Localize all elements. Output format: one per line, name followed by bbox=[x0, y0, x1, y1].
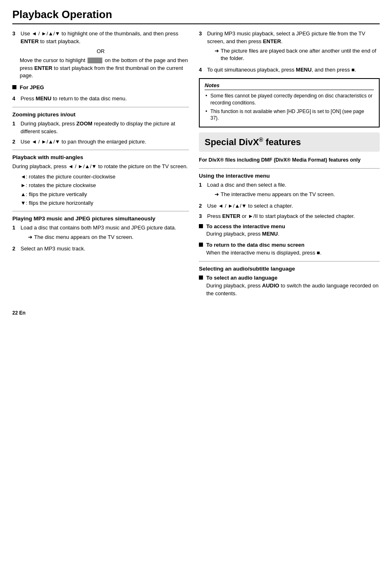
int-step-2-text: Use ◄ / ►/▲/▼ to select a chapter. bbox=[207, 202, 293, 210]
icon-grid bbox=[88, 58, 102, 63]
ma-item-4: ▼: flips the picture horizontally bbox=[21, 199, 189, 207]
step-num: 2 bbox=[199, 202, 205, 210]
step-num: 1 bbox=[199, 181, 205, 200]
zoom-step-2: 2 Use ◄ / ►/▲/▼ to pan through the enlar… bbox=[12, 138, 189, 146]
divider-5 bbox=[199, 261, 380, 262]
int-step-1: 1 Load a disc and then select a file. ➜ … bbox=[199, 181, 380, 200]
audio-lang-bullet: To select an audio language During playb… bbox=[199, 274, 380, 298]
mp3-step-2-text: Select an MP3 music track. bbox=[21, 245, 85, 253]
page-number: 22 En bbox=[12, 310, 380, 316]
ma-item-1: ◄: rotates the picture counter-clockwise bbox=[21, 173, 189, 181]
mp3-right-step-3: 3 During MP3 music playback, select a JP… bbox=[199, 30, 380, 64]
multi-angles-section: Playback with multi-angles During playba… bbox=[12, 154, 189, 207]
square-icon bbox=[199, 243, 203, 247]
step-num: 4 bbox=[12, 95, 18, 103]
for-jpeg-steps: 4 Press MENU to return to the data disc … bbox=[12, 95, 189, 103]
mp3-jpeg-steps: 1 Load a disc that contains both MP3 mus… bbox=[12, 224, 189, 253]
square-icon bbox=[12, 85, 16, 89]
int-step-2: 2 Use ◄ / ►/▲/▼ to select a chapter. bbox=[199, 202, 380, 210]
return-menu-content: To return to the data disc menu screen W… bbox=[206, 241, 321, 257]
mp3-step-1-arrow: ➜ The disc menu appears on the TV screen… bbox=[28, 234, 176, 241]
special-divx-title: Special DivX® features bbox=[205, 137, 374, 148]
interactive-menu-section: Using the interactive menu 1 Load a disc… bbox=[199, 173, 380, 257]
for-jpeg-label: For JPEG bbox=[12, 84, 189, 92]
step-4-text: Press MENU to return to the data disc me… bbox=[21, 95, 127, 103]
audio-subtitle-title: Selecting an audio/subtitle language bbox=[199, 266, 380, 272]
or-separator: OR bbox=[12, 48, 189, 54]
square-icon bbox=[199, 275, 203, 280]
step-num: 3 bbox=[12, 30, 18, 46]
mp3-jpeg-title: Playing MP3 music and JPEG pictures simu… bbox=[12, 215, 189, 222]
mp3-right-step-3-arrow: ➜ The picture files are played back one … bbox=[214, 47, 380, 62]
ma-item-3: ▲: flips the picture vertically bbox=[21, 191, 189, 198]
mp3-step-1: 1 Load a disc that contains both MP3 mus… bbox=[12, 224, 189, 243]
divider-1 bbox=[12, 107, 189, 107]
access-menu-bullet: To access the interactive menu During pl… bbox=[199, 223, 380, 238]
mp3-right-steps: 3 During MP3 music playback, select a JP… bbox=[199, 30, 380, 74]
divx-sub-heading: For DivX® files including DMF (DivX® Med… bbox=[199, 157, 380, 164]
zooming-steps: 1 During playback, press ZOOM repeatedly… bbox=[12, 120, 189, 146]
int-step-3: 3 Press ENTER or ►/II to start playback … bbox=[199, 213, 380, 220]
multi-angles-title: Playback with multi-angles bbox=[12, 154, 189, 160]
zoom-step-2-text: Use ◄ / ►/▲/▼ to pan through the enlarge… bbox=[21, 138, 146, 146]
step-4-jpeg: 4 Press MENU to return to the data disc … bbox=[12, 95, 189, 103]
audio-subtitle-section: Selecting an audio/subtitle language To … bbox=[199, 266, 380, 298]
zooming-section: Zooming pictures in/out 1 During playbac… bbox=[12, 111, 189, 146]
or-description: Move the cursor to highlight bbox=[20, 57, 87, 63]
mp3-right-step-4: 4 To quit simultaneous playback, press M… bbox=[199, 66, 380, 74]
step-3-text: Use ◄ / ►/▲/▼ to highlight one of the th… bbox=[21, 30, 189, 46]
notes-box: Notes Some files cannot be played correc… bbox=[199, 78, 380, 127]
notes-list: Some files cannot be played correctly de… bbox=[205, 93, 374, 122]
access-menu-content: To access the interactive menu During pl… bbox=[206, 223, 285, 238]
or-section: Move the cursor to highlight on the bott… bbox=[20, 57, 189, 80]
zoom-step-1-text: During playback, press ZOOM repeatedly t… bbox=[21, 120, 189, 136]
step-num: 4 bbox=[199, 66, 205, 74]
return-menu-bullet: To return to the data disc menu screen W… bbox=[199, 241, 380, 257]
mp3-step-1-content: Load a disc that contains both MP3 music… bbox=[21, 224, 176, 243]
for-jpeg-title: For JPEG bbox=[20, 84, 44, 92]
step-num: 2 bbox=[12, 138, 18, 146]
left-column: 3 Use ◄ / ►/▲/▼ to highlight one of the … bbox=[12, 30, 189, 302]
right-column: 3 During MP3 music playback, select a JP… bbox=[199, 30, 380, 302]
step-num: 2 bbox=[12, 245, 18, 253]
mp3-right-step-3-content: During MP3 music playback, select a JPEG… bbox=[207, 30, 380, 64]
intro-steps: 3 Use ◄ / ►/▲/▼ to highlight one of the … bbox=[12, 30, 189, 46]
note-1: Some files cannot be played correctly de… bbox=[205, 93, 374, 106]
for-jpeg-section: For JPEG 4 Press MENU to return to the d… bbox=[12, 84, 189, 103]
int-step-1-arrow: ➜ The interactive menu appears on the TV… bbox=[214, 191, 335, 198]
multi-angles-desc: During playback, press ◄ / ►/▲/▼ to rota… bbox=[12, 163, 189, 171]
interactive-menu-title: Using the interactive menu bbox=[199, 173, 380, 179]
multi-angles-list: ◄: rotates the picture counter-clockwise… bbox=[21, 173, 189, 207]
divider-2 bbox=[12, 150, 189, 150]
interactive-steps: 1 Load a disc and then select a file. ➜ … bbox=[199, 181, 380, 220]
step-num: 3 bbox=[199, 213, 205, 220]
step-num: 1 bbox=[12, 120, 18, 136]
divider-3 bbox=[12, 211, 189, 211]
page-title: Playback Operation bbox=[12, 8, 380, 24]
int-step-3-text: Press ENTER or ►/II to start playback of… bbox=[207, 213, 355, 220]
int-step-1-content: Load a disc and then select a file. ➜ Th… bbox=[207, 181, 335, 200]
ma-item-2: ►: rotates the picture clockwise bbox=[21, 182, 189, 189]
special-divx-box: Special DivX® features bbox=[199, 132, 380, 152]
step-num: 1 bbox=[12, 224, 18, 243]
mp3-step-2: 2 Select an MP3 music track. bbox=[12, 245, 189, 253]
notes-title: Notes bbox=[205, 82, 374, 90]
mp3-right-step-4-text: To quit simultaneous playback, press MEN… bbox=[207, 66, 356, 74]
step-3: 3 Use ◄ / ►/▲/▼ to highlight one of the … bbox=[12, 30, 189, 46]
note-2: This function is not available when [HD … bbox=[205, 108, 374, 122]
audio-lang-content: To select an audio language During playb… bbox=[206, 274, 380, 298]
divider-4 bbox=[199, 168, 380, 169]
step-num: 3 bbox=[199, 30, 205, 64]
zoom-step-1: 1 During playback, press ZOOM repeatedly… bbox=[12, 120, 189, 136]
zooming-title: Zooming pictures in/out bbox=[12, 111, 189, 118]
square-icon bbox=[199, 224, 203, 228]
mp3-jpeg-section: Playing MP3 music and JPEG pictures simu… bbox=[12, 215, 189, 253]
